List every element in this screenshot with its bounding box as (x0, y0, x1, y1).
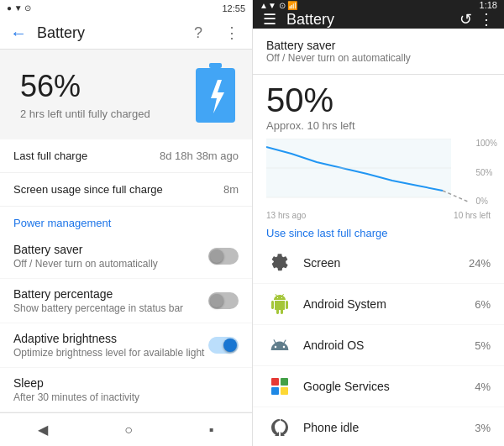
battery-saver-setting[interactable]: Battery saver Off / Never turn on automa… (0, 234, 252, 279)
list-item[interactable]: Screen 24% (253, 243, 504, 284)
help-icon[interactable]: ? (185, 19, 212, 46)
left-status-left-icons: ● ▼ ⊙ (7, 3, 32, 13)
screen-usage-value: 8m (223, 183, 239, 196)
power-management-header: Power management (0, 207, 252, 234)
google-services-app-percent: 4% (475, 380, 491, 393)
back-nav-button[interactable]: ◀ (38, 422, 48, 438)
left-panel: ● ▼ ⊙ 12:55 ← Battery ? ⋮ 56% 2 hrs left… (0, 0, 252, 446)
left-status-bar: ● ▼ ⊙ 12:55 (0, 0, 252, 17)
google-services-icon (266, 373, 293, 400)
left-page-title: Battery (37, 24, 178, 42)
list-item[interactable]: Google Services 4% (253, 366, 504, 407)
adaptive-brightness-toggle[interactable] (208, 337, 239, 354)
battery-saver-section-title: Battery saver (266, 39, 491, 52)
left-time: 12:55 (222, 3, 245, 13)
left-header: ← Battery ? ⋮ (0, 17, 252, 50)
svg-rect-9 (271, 387, 279, 395)
last-full-charge-label: Last full charge (13, 150, 87, 162)
battery-saver-section-subtitle: Off / Never turn on automatically (266, 52, 491, 64)
list-item[interactable]: Android OS 5% (253, 325, 504, 366)
svg-rect-8 (281, 378, 288, 386)
android-system-app-percent: 6% (475, 298, 491, 311)
chart-label-100: 100% (475, 139, 497, 148)
menu-icon[interactable]: ☰ (263, 10, 276, 29)
svg-rect-10 (281, 387, 288, 395)
battery-saver-toggle[interactable] (208, 248, 239, 265)
more-options-icon[interactable]: ⋮ (218, 19, 245, 46)
chart-y-labels: 100% 50% 0% (475, 139, 497, 206)
right-battery-percent: 50% (253, 75, 504, 119)
battery-summary: 56% 2 hrs left until fully charged (0, 50, 252, 139)
battery-percentage-left: 56% (20, 69, 150, 104)
android-os-app-percent: 5% (475, 339, 491, 352)
battery-saver-title: Battery saver (13, 243, 208, 256)
android-system-app-name: Android System (303, 297, 475, 311)
battery-chart-svg (266, 139, 468, 206)
last-full-charge-value: 8d 18h 38m ago (160, 150, 239, 162)
adaptive-brightness-setting[interactable]: Adaptive brightness Optimize brightness … (0, 323, 252, 368)
use-since-header: Use since last full charge (253, 220, 504, 243)
phone-idle-icon (266, 414, 293, 441)
right-panel: ▲▼ ⊙ 📶 1:18 ☰ Battery ↺ ⋮ Battery saver … (252, 0, 504, 446)
chart-time-right: 10 hrs left (454, 211, 491, 220)
sleep-setting[interactable]: Sleep After 30 minutes of inactivity (0, 368, 252, 412)
back-button[interactable]: ← (7, 20, 30, 46)
battery-chart: 100% 50% 0% (253, 139, 504, 209)
list-item[interactable]: Android System 6% (253, 284, 504, 325)
sleep-subtitle: After 30 minutes of inactivity (13, 391, 239, 403)
right-header: ☰ Battery ↺ ⋮ (253, 10, 504, 29)
sleep-title: Sleep (13, 376, 239, 390)
chart-time-labels: 13 hrs ago 10 hrs left (253, 209, 504, 220)
right-more-icon[interactable]: ⋮ (479, 10, 494, 29)
battery-percentage-toggle[interactable] (208, 292, 239, 309)
android-system-icon (266, 291, 293, 317)
battery-saver-section: Battery saver Off / Never turn on automa… (253, 29, 504, 75)
last-full-charge-row: Last full charge 8d 18h 38m ago (0, 139, 252, 173)
screen-icon (266, 249, 293, 276)
recent-nav-button[interactable]: ▪ (209, 422, 214, 438)
svg-rect-7 (271, 378, 279, 386)
chart-time-left: 13 hrs ago (266, 211, 306, 220)
android-os-app-name: Android OS (303, 338, 475, 352)
phone-idle-app-percent: 3% (475, 422, 491, 434)
battery-icon-large (192, 63, 239, 126)
battery-percentage-setting[interactable]: Battery percentage Show battery percenta… (0, 279, 252, 323)
battery-percentage-title: Battery percentage (13, 287, 208, 301)
left-bottom-nav: ◀ ○ ▪ (0, 412, 252, 446)
right-battery-time: Approx. 10 hrs left (253, 119, 504, 139)
refresh-icon[interactable]: ↺ (459, 10, 472, 29)
svg-rect-0 (209, 63, 222, 68)
battery-saver-subtitle: Off / Never turn on automatically (13, 258, 208, 270)
chart-label-0: 0% (475, 197, 497, 206)
adaptive-brightness-title: Adaptive brightness (13, 332, 208, 345)
screen-app-name: Screen (303, 256, 469, 270)
list-item[interactable]: Phone idle 3% (253, 407, 504, 446)
android-os-icon (266, 332, 293, 359)
adaptive-brightness-subtitle: Optimize brightness level for available … (13, 347, 208, 359)
right-time: 1:18 (480, 0, 497, 10)
chart-label-50: 50% (475, 168, 497, 177)
battery-time-left: 2 hrs left until fully charged (20, 108, 150, 120)
google-services-app-name: Google Services (303, 380, 475, 393)
home-nav-button[interactable]: ○ (124, 422, 133, 438)
phone-idle-app-name: Phone idle (303, 421, 475, 434)
battery-percentage-subtitle: Show battery percentage in status bar (13, 302, 208, 314)
screen-usage-row: Screen usage since full charge 8m (0, 173, 252, 207)
right-status-bar: ▲▼ ⊙ 📶 1:18 (253, 0, 504, 10)
screen-app-percent: 24% (469, 257, 491, 270)
right-page-title: Battery (286, 11, 449, 29)
screen-usage-label: Screen usage since full charge (13, 183, 163, 196)
right-status-icons: ▲▼ ⊙ 📶 (260, 1, 297, 10)
